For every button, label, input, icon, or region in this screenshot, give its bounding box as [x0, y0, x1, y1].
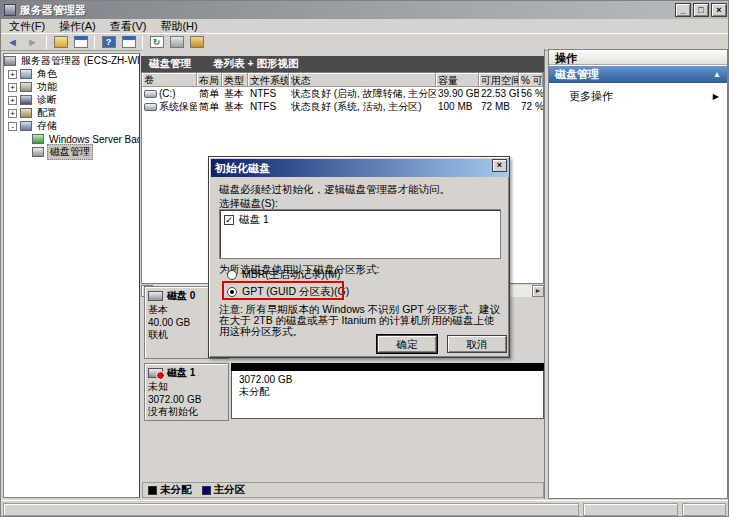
- column-header[interactable]: 可用空间: [479, 73, 519, 87]
- actions-pane: 操作 磁盘管理 ▲ 更多操作 ▶: [548, 49, 728, 499]
- menu-file[interactable]: 文件(F): [9, 19, 45, 34]
- scroll-right-icon[interactable]: ►: [532, 285, 544, 297]
- refresh-icon[interactable]: ↻: [148, 35, 165, 50]
- back-icon[interactable]: ◄: [4, 35, 21, 50]
- checkbox-checked-icon[interactable]: ✓: [224, 215, 234, 225]
- radio-unselected-icon[interactable]: [227, 270, 237, 280]
- expand-icon[interactable]: +: [8, 83, 17, 92]
- volume-icon: [144, 90, 157, 98]
- more-actions-item[interactable]: 更多操作 ▶: [549, 89, 727, 104]
- config-icon[interactable]: [188, 35, 205, 50]
- volume-table-header: 卷 布局 类型 文件系统 状态 容量 可用空间 % 可: [142, 73, 543, 87]
- tree-item-disk-management[interactable]: 磁盘管理: [4, 146, 139, 158]
- table-row[interactable]: 系统保留 简单 基本 NTFS 状态良好 (系统, 活动, 主分区) 100 M…: [142, 100, 543, 113]
- expand-icon[interactable]: +: [8, 70, 17, 79]
- table-row[interactable]: (C:) 简单 基本 NTFS 状态良好 (启动, 故障转储, 主分区) 39.…: [142, 87, 543, 100]
- features-icon: [20, 82, 32, 92]
- console-window-icon[interactable]: [72, 35, 89, 50]
- tree-item-roles[interactable]: + 角色: [4, 68, 139, 80]
- actions-section-disk-management[interactable]: 磁盘管理 ▲: [549, 66, 727, 83]
- tree-item-diagnostics[interactable]: + 诊断: [4, 94, 139, 106]
- dialog-close-icon[interactable]: ×: [492, 159, 507, 172]
- disk1-unallocated-region[interactable]: 3072.00 GB 未分配: [231, 363, 544, 420]
- disk-listbox[interactable]: ✓ 磁盘 1: [219, 209, 501, 259]
- window-title: 服务器管理器: [20, 3, 86, 18]
- tree-item-features[interactable]: + 功能: [4, 81, 139, 93]
- dialog-title: 初始化磁盘: [215, 161, 270, 176]
- column-header[interactable]: 卷: [142, 73, 197, 87]
- disk-warning-icon: [148, 368, 163, 378]
- toolbar-separator: [94, 36, 95, 49]
- unallocated-swatch: [148, 486, 157, 495]
- console-tree: 服务器管理器 (ECS-ZH-WIN8) + 角色 + 功能 + 诊断 + 配置…: [3, 53, 140, 498]
- actions-title: 操作: [549, 50, 727, 65]
- status-cell: [682, 503, 726, 516]
- close-button[interactable]: ×: [711, 3, 727, 17]
- expand-icon[interactable]: +: [8, 96, 17, 105]
- volume-icon: [144, 103, 157, 111]
- properties-icon[interactable]: [168, 35, 185, 50]
- show-console-tree-icon[interactable]: [120, 35, 137, 50]
- column-header[interactable]: 文件系统: [248, 73, 289, 87]
- gpt-highlight-box: [222, 281, 344, 300]
- server-manager-window: 服务器管理器 _ □ × 文件(F) 操作(A) 查看(V) 帮助(H) ◄ ►…: [0, 0, 729, 517]
- disk-icon: [148, 291, 163, 301]
- forward-icon[interactable]: ►: [24, 35, 41, 50]
- dialog-title-bar[interactable]: 初始化磁盘: [211, 159, 509, 177]
- submenu-arrow-icon: ▶: [713, 92, 719, 101]
- collapse-icon[interactable]: ▲: [713, 70, 721, 79]
- partition-legend: 未分配 主分区: [142, 482, 544, 498]
- minimize-button[interactable]: _: [675, 3, 691, 17]
- mbr-radio-option[interactable]: MBR(主启动记录)(M): [227, 268, 341, 282]
- status-cell: [583, 503, 678, 516]
- server-icon: [4, 56, 16, 66]
- dialog-intro-text: 磁盘必须经过初始化，逻辑磁盘管理器才能访问。: [219, 183, 450, 197]
- tree-item-configuration[interactable]: + 配置: [4, 107, 139, 119]
- disk1-label[interactable]: 磁盘 1 未知 3072.00 GB 没有初始化: [144, 363, 229, 421]
- column-header[interactable]: 容量: [436, 73, 479, 87]
- folder-icon[interactable]: [52, 35, 69, 50]
- toolbar-separator: [142, 36, 143, 49]
- column-header[interactable]: 布局: [197, 73, 222, 87]
- disk1-list-item[interactable]: ✓ 磁盘 1: [224, 213, 496, 227]
- dialog-note-text: 注意: 所有早期版本的 Windows 不识别 GPT 分区形式。建议在大于 2…: [219, 304, 503, 337]
- diagnostics-icon: [20, 95, 32, 105]
- initialize-disk-dialog: 初始化磁盘 × 磁盘必须经过初始化，逻辑磁盘管理器才能访问。 选择磁盘(S): …: [208, 156, 510, 358]
- status-bar: [1, 500, 728, 517]
- roles-icon: [20, 69, 32, 79]
- expand-icon[interactable]: +: [8, 109, 17, 118]
- restore-button[interactable]: □: [693, 3, 709, 17]
- pane-view-label: 卷列表 + 图形视图: [213, 57, 298, 71]
- tree-item-storage[interactable]: - 存储: [4, 120, 139, 132]
- cancel-button[interactable]: 取消: [447, 335, 507, 353]
- title-bar[interactable]: 服务器管理器 _ □ ×: [1, 1, 729, 19]
- column-header[interactable]: 状态: [289, 73, 436, 87]
- disk-management-icon: [32, 147, 44, 157]
- app-icon: [4, 4, 16, 16]
- primary-partition-swatch: [202, 486, 211, 495]
- help-icon[interactable]: ?: [100, 35, 117, 50]
- pane-header: 磁盘管理 卷列表 + 图形视图: [141, 56, 544, 72]
- menu-view[interactable]: 查看(V): [110, 19, 147, 34]
- tree-root[interactable]: 服务器管理器 (ECS-ZH-WIN8): [4, 55, 139, 67]
- menu-action[interactable]: 操作(A): [59, 19, 96, 34]
- toolbar-separator: [46, 36, 47, 49]
- ok-button[interactable]: 确定: [377, 335, 437, 353]
- menu-help[interactable]: 帮助(H): [160, 19, 197, 34]
- menu-bar: 文件(F) 操作(A) 查看(V) 帮助(H): [1, 19, 728, 34]
- configuration-icon: [20, 108, 32, 118]
- backup-icon: [32, 134, 44, 144]
- storage-icon: [20, 121, 32, 131]
- status-cell: [3, 503, 579, 516]
- unallocated-color-bar: [231, 363, 544, 371]
- column-header[interactable]: % 可: [519, 73, 543, 87]
- pane-title: 磁盘管理: [149, 57, 191, 71]
- collapse-icon[interactable]: -: [8, 122, 17, 131]
- column-header[interactable]: 类型: [222, 73, 248, 87]
